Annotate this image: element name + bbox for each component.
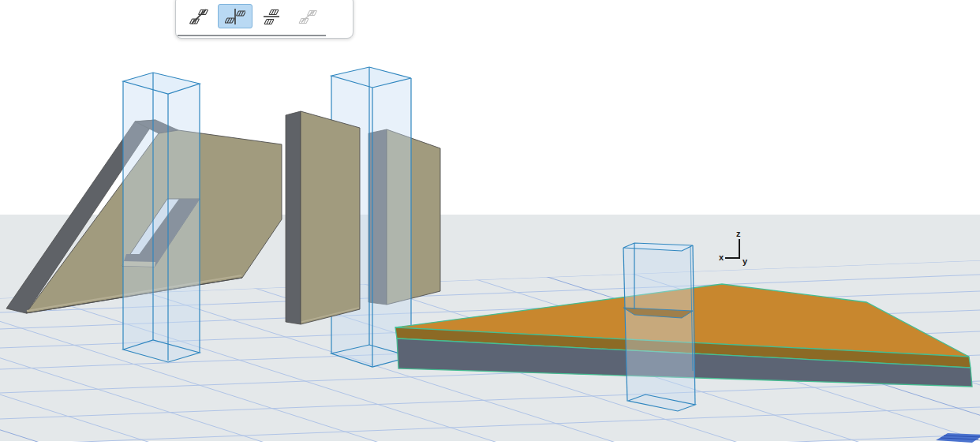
wall-junction-diagonal-button (290, 4, 325, 28)
axis-label-z: z (736, 229, 741, 238)
axis-label-y: y (742, 256, 748, 266)
wall-junction-cross-button[interactable] (181, 4, 216, 28)
pet-palette-toolbar (175, 0, 353, 39)
axis-label-x: x (719, 252, 724, 262)
wall-junction-vertical-icon (225, 6, 245, 27)
wall-junction-diagonal-icon (297, 6, 318, 27)
wall-junction-horizontal-icon (261, 6, 282, 27)
wall-junction-horizontal-button[interactable] (254, 4, 289, 28)
wall-junction-vertical-button[interactable] (218, 4, 252, 28)
wall-middle-left[interactable] (286, 111, 360, 324)
palette-separator (178, 35, 326, 36)
marquee-box-right[interactable] (623, 243, 695, 411)
wall-junction-cross-icon (189, 6, 209, 27)
marquee-box-left[interactable] (123, 73, 200, 362)
pet-palette-buttons (181, 4, 325, 28)
3d-viewport[interactable]: x z y (0, 0, 980, 445)
3d-scene: x z y (0, 0, 980, 445)
